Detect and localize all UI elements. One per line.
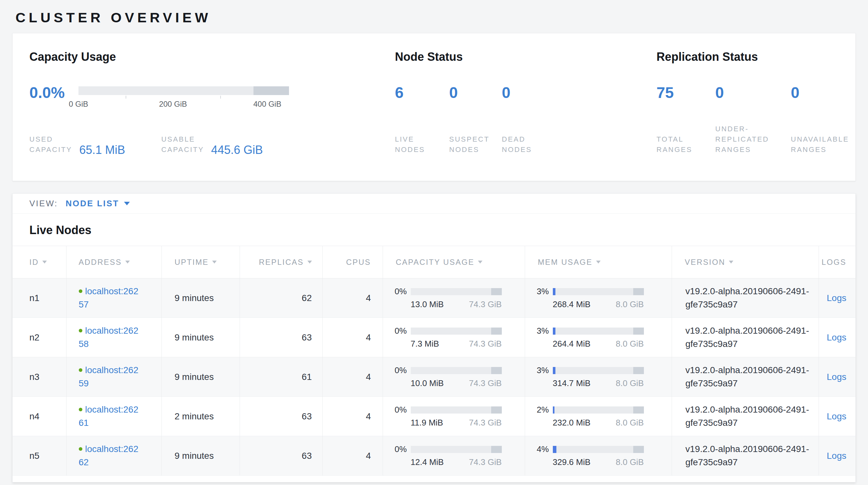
- sort-caret-icon: [729, 261, 733, 263]
- logs-link[interactable]: Logs: [827, 411, 846, 421]
- mem-usage-cell: 3% 264.4 MiB8.0 GiB: [533, 326, 672, 349]
- capacity-usage-cell: 0% 13.0 MiB74.3 GiB: [391, 286, 525, 309]
- capacity-usage-bar: [411, 406, 502, 413]
- under-replicated-ranges-label: UNDER- REPLICATED RANGES: [715, 124, 791, 155]
- sort-caret-icon: [478, 261, 483, 263]
- unavailable-ranges-label: UNAVAILABLE RANGES: [791, 134, 862, 155]
- table-header-row: ID ADDRESS UPTIME REPLICAS CPUS CAPACITY…: [12, 246, 856, 278]
- capacity-bar: [79, 86, 289, 95]
- node-cpus: 4: [322, 278, 383, 318]
- sort-caret-icon: [307, 261, 312, 263]
- node-cpus: 4: [322, 397, 383, 436]
- column-header-replicas[interactable]: REPLICAS: [240, 246, 322, 278]
- usable-capacity-value: 445.6 GiB: [211, 144, 263, 156]
- column-header-address[interactable]: ADDRESS: [66, 246, 161, 278]
- node-address-link[interactable]: localhost:26261: [79, 403, 142, 429]
- node-replicas: 63: [240, 397, 322, 436]
- column-header-capacity-usage[interactable]: CAPACITY USAGE: [383, 246, 525, 278]
- axis-label: 0 GiB: [69, 99, 88, 109]
- capacity-usage-bar: [411, 327, 502, 335]
- replication-status-section: Replication Status 75 TOTAL RANGES 0 UND…: [656, 50, 862, 181]
- node-status-title: Node Status: [395, 50, 656, 64]
- column-header-uptime[interactable]: UPTIME: [161, 246, 240, 278]
- node-address-link[interactable]: localhost:26262: [79, 443, 142, 469]
- used-capacity-stat: USED CAPACITY 65.1 MiB: [29, 134, 125, 155]
- node-address-link[interactable]: localhost:26259: [79, 364, 142, 390]
- node-address-link[interactable]: localhost:26257: [79, 285, 142, 311]
- node-address-link[interactable]: localhost:26258: [79, 324, 142, 350]
- under-replicated-ranges-stat: 0 UNDER- REPLICATED RANGES: [715, 82, 791, 155]
- logs-link[interactable]: Logs: [827, 333, 846, 342]
- under-replicated-ranges-count: 0: [715, 82, 791, 101]
- axis-label: 400 GiB: [253, 99, 281, 109]
- suspect-nodes-stat: 0 SUSPECT NODES: [449, 82, 502, 155]
- capacity-usage-cell: 0% 11.9 MiB74.3 GiB: [391, 405, 525, 428]
- node-id: n4: [12, 397, 66, 436]
- table-row: n2 localhost:26258 9 minutes 63 4 0% 7.3…: [12, 318, 856, 357]
- dead-nodes-stat: 0 DEAD NODES: [502, 82, 554, 155]
- sort-caret-icon: [125, 261, 130, 263]
- nodes-table-card: VIEW: NODE LIST Live Nodes ID ADDRESS UP…: [12, 193, 856, 482]
- live-nodes-table: ID ADDRESS UPTIME REPLICAS CPUS CAPACITY…: [12, 246, 856, 482]
- logs-link[interactable]: Logs: [827, 451, 846, 461]
- capacity-axis-labels: 0 GiB 200 GiB 400 GiB: [79, 99, 289, 109]
- page-title: CLUSTER OVERVIEW: [16, 10, 868, 26]
- node-version: v19.2.0-alpha.20190606-2491-gfe735c9a97: [686, 285, 816, 311]
- mem-usage-bar: [553, 406, 644, 413]
- capacity-usage-cell: 0% 10.0 MiB74.3 GiB: [391, 365, 525, 388]
- live-status-dot-icon: [79, 447, 82, 451]
- total-ranges-stat: 75 TOTAL RANGES: [656, 82, 715, 155]
- usable-capacity-label: USABLE CAPACITY: [161, 134, 204, 155]
- node-replicas: 61: [240, 357, 322, 397]
- suspect-nodes-label: SUSPECT NODES: [449, 134, 502, 155]
- usable-capacity-stat: USABLE CAPACITY 445.6 GiB: [161, 134, 263, 155]
- node-uptime: 2 minutes: [161, 397, 240, 436]
- logs-link[interactable]: Logs: [827, 372, 846, 382]
- column-header-mem-usage[interactable]: MEM USAGE: [525, 246, 672, 278]
- capacity-usage-bar: [411, 288, 502, 295]
- chevron-down-icon: [124, 202, 130, 205]
- node-uptime: 9 minutes: [161, 436, 240, 476]
- capacity-bar-chart: 0 GiB 200 GiB 400 GiB: [79, 82, 289, 109]
- live-nodes-title: Live Nodes: [12, 214, 856, 246]
- node-id: n1: [12, 278, 66, 318]
- unavailable-ranges-count: 0: [791, 82, 862, 101]
- node-id: n2: [12, 318, 66, 357]
- capacity-usage-bar: [411, 446, 502, 453]
- axis-tick: [220, 96, 221, 98]
- node-version: v19.2.0-alpha.20190606-2491-gfe735c9a97: [686, 443, 816, 469]
- live-status-dot-icon: [79, 408, 82, 411]
- sort-caret-icon: [596, 261, 600, 263]
- node-replicas: 63: [240, 318, 322, 357]
- node-version: v19.2.0-alpha.20190606-2491-gfe735c9a97: [686, 364, 816, 390]
- live-nodes-count: 6: [395, 82, 449, 101]
- node-replicas: 62: [240, 278, 322, 318]
- total-ranges-label: TOTAL RANGES: [656, 134, 715, 155]
- node-id: n5: [12, 436, 66, 476]
- column-header-id[interactable]: ID: [12, 246, 66, 278]
- suspect-nodes-count: 0: [449, 82, 502, 101]
- table-row: n4 localhost:26261 2 minutes 63 4 0% 11.…: [12, 397, 856, 436]
- column-header-version[interactable]: VERSION: [672, 246, 818, 278]
- column-header-cpus: CPUS: [322, 246, 383, 278]
- logs-link[interactable]: Logs: [827, 293, 846, 303]
- sort-caret-icon: [42, 261, 47, 263]
- mem-usage-bar: [553, 288, 644, 295]
- mem-usage-cell: 3% 314.7 MiB8.0 GiB: [533, 365, 672, 388]
- mem-usage-bar: [553, 446, 644, 453]
- view-label: VIEW:: [29, 199, 58, 208]
- node-uptime: 9 minutes: [161, 357, 240, 397]
- live-nodes-label: LIVE NODES: [395, 134, 449, 155]
- total-ranges-count: 75: [656, 82, 715, 101]
- live-status-dot-icon: [79, 329, 82, 333]
- unavailable-ranges-stat: 0 UNAVAILABLE RANGES: [791, 82, 862, 155]
- view-selector-dropdown[interactable]: NODE LIST: [66, 199, 130, 208]
- node-cpus: 4: [322, 318, 383, 357]
- mem-usage-cell: 3% 268.4 MiB8.0 GiB: [533, 286, 672, 309]
- node-version: v19.2.0-alpha.20190606-2491-gfe735c9a97: [686, 403, 816, 429]
- mem-usage-cell: 4% 329.6 MiB8.0 GiB: [533, 444, 672, 467]
- capacity-usage-section: Capacity Usage 0.0% 0 GiB 200 GiB 400 Gi…: [29, 50, 395, 181]
- column-header-logs: LOGS: [818, 246, 856, 278]
- capacity-axis-ticks: [79, 95, 289, 99]
- used-capacity-label: USED CAPACITY: [29, 134, 72, 155]
